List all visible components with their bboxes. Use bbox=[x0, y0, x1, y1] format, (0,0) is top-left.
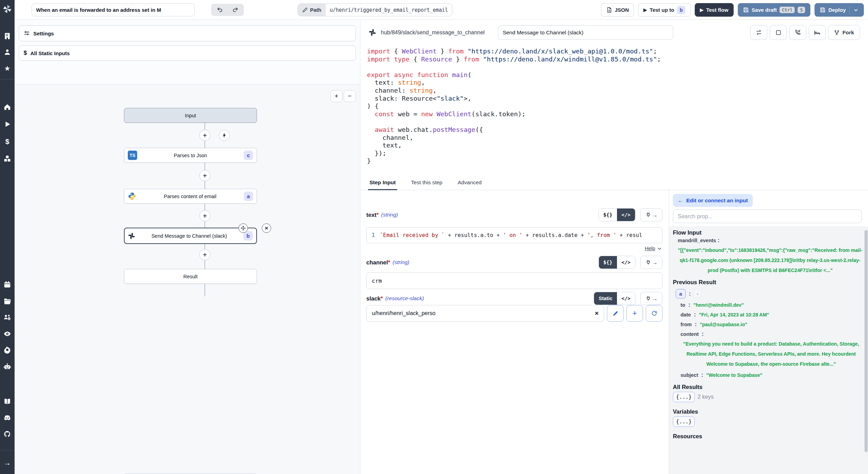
github-icon[interactable] bbox=[3, 430, 11, 438]
windmill-logo-icon[interactable] bbox=[2, 4, 12, 14]
step-badge-c: c bbox=[244, 151, 253, 160]
code-editor[interactable]: import { WebClient } from "https://deno.… bbox=[367, 48, 863, 186]
prop-value[interactable]: "henri@windmill.dev" bbox=[693, 302, 744, 308]
text-field-label: text* bbox=[366, 212, 379, 218]
resources-cubes-icon[interactable] bbox=[3, 155, 11, 162]
flow-node-result[interactable]: Result bbox=[124, 269, 257, 284]
phone-incoming-icon-button[interactable] bbox=[789, 25, 806, 40]
tab-test-this-step[interactable]: Test this step bbox=[411, 175, 442, 190]
connect-input-plug-button[interactable]: → bbox=[640, 292, 662, 305]
deploy-button[interactable]: Deploy bbox=[815, 3, 864, 17]
edit-or-connect-button[interactable]: ← Edit or connect an input bbox=[673, 194, 753, 207]
workers-robot-icon[interactable] bbox=[3, 363, 11, 370]
chevron-down-icon[interactable] bbox=[853, 7, 859, 13]
test-flow-button[interactable]: ▶Test flow bbox=[695, 3, 734, 17]
prop-key[interactable]: subject bbox=[681, 372, 698, 378]
static-mode-segment[interactable]: ${} bbox=[599, 256, 617, 269]
home-icon[interactable] bbox=[3, 103, 11, 111]
prop-value[interactable]: "paul@supabase.io" bbox=[700, 322, 748, 327]
flow-node-send-message-selected[interactable]: Send Message to Channel (slack) b bbox=[124, 228, 257, 244]
expand-results-chip[interactable]: {...} bbox=[673, 392, 695, 402]
move-icon bbox=[241, 226, 246, 231]
flow-node-input[interactable]: Input bbox=[124, 108, 257, 123]
collapse-toggle[interactable]: - bbox=[694, 289, 701, 298]
workspace-icon[interactable] bbox=[3, 32, 11, 40]
swap-arrows-icon-button[interactable] bbox=[750, 25, 767, 40]
add-step-button[interactable]: + bbox=[199, 210, 210, 221]
add-step-button[interactable]: + bbox=[199, 170, 210, 181]
user-icon[interactable] bbox=[3, 48, 11, 56]
flow-node-parses-content-of-email[interactable]: Parses content of email a bbox=[124, 189, 257, 204]
prop-key[interactable]: mandrill_events bbox=[678, 238, 716, 243]
sleep-bed-icon-button[interactable] bbox=[809, 25, 826, 40]
prop-value[interactable]: "Welcome to Supabase" bbox=[706, 372, 762, 378]
static-mode-segment[interactable]: ${} bbox=[599, 209, 617, 221]
path-value[interactable]: u/henri/triggered_by_email_report_email bbox=[326, 4, 452, 16]
prop-key[interactable]: date bbox=[681, 312, 691, 318]
trigger-bolt-button[interactable] bbox=[219, 130, 230, 141]
variables-dollar-icon[interactable]: $ bbox=[3, 137, 11, 145]
flow-canvas[interactable]: + − Input + TS Parses to Json c + Parses… bbox=[15, 84, 360, 474]
code-mode-segment[interactable]: </> bbox=[617, 209, 635, 221]
runs-play-icon[interactable] bbox=[3, 120, 11, 128]
discord-icon[interactable] bbox=[3, 414, 11, 422]
fork-button[interactable]: Fork bbox=[828, 25, 860, 40]
plug-icon bbox=[645, 212, 651, 218]
folders-icon[interactable] bbox=[3, 297, 11, 305]
save-icon bbox=[743, 7, 749, 13]
connect-input-plug-button[interactable]: → bbox=[640, 208, 662, 221]
static-mode-segment[interactable]: Static bbox=[594, 292, 617, 305]
flow-node-parses-to-json[interactable]: TS Parses to Json c bbox=[124, 148, 257, 163]
zoom-out-button[interactable]: − bbox=[344, 90, 356, 102]
zoom-in-button[interactable]: + bbox=[331, 90, 342, 102]
undo-button[interactable] bbox=[212, 5, 227, 15]
connect-input-plug-button[interactable]: → bbox=[640, 256, 662, 269]
groups-users-icon[interactable] bbox=[3, 313, 11, 321]
prop-value[interactable]: "Fri, Apr 14, 2023 at 10:28 AM" bbox=[699, 312, 769, 318]
delete-node-button[interactable]: × bbox=[262, 223, 271, 233]
help-link[interactable]: Help bbox=[645, 246, 662, 251]
box-icon-button[interactable] bbox=[770, 25, 787, 40]
prop-value[interactable]: "[{"event":"inbound","ts":1683819426,"ms… bbox=[678, 245, 862, 276]
test-up-to-button[interactable]: ▶Test up tob bbox=[638, 3, 691, 17]
settings-gear-icon[interactable] bbox=[3, 346, 11, 354]
prop-key[interactable]: from bbox=[681, 322, 692, 327]
play-icon: ▶ bbox=[700, 7, 703, 12]
docs-book-icon[interactable] bbox=[3, 398, 11, 405]
tab-advanced[interactable]: Advanced bbox=[458, 175, 482, 190]
schedules-calendar-icon[interactable] bbox=[3, 281, 11, 288]
slack-resource-input[interactable]: u/henri/henri_slack_perso × bbox=[366, 305, 604, 322]
expand-sidebar-arrow-icon[interactable]: → bbox=[3, 459, 11, 466]
flow-title-input[interactable] bbox=[32, 3, 195, 16]
add-step-button[interactable]: + bbox=[199, 130, 210, 141]
add-resource-button[interactable]: + bbox=[626, 305, 643, 322]
prop-key[interactable]: to bbox=[681, 302, 685, 308]
code-mode-segment[interactable]: </> bbox=[617, 292, 635, 305]
clear-resource-icon[interactable]: × bbox=[595, 310, 599, 317]
result-a-badge[interactable]: a bbox=[676, 289, 686, 298]
code-mode-segment[interactable]: </> bbox=[617, 256, 635, 269]
settings-button[interactable]: Settings bbox=[19, 25, 356, 41]
edit-resource-button[interactable] bbox=[607, 305, 624, 322]
prop-key[interactable]: content bbox=[681, 331, 699, 337]
prop-value[interactable]: "Everything you need to build a product:… bbox=[680, 339, 862, 369]
favorites-star-icon[interactable]: ★ bbox=[3, 65, 11, 72]
channel-value-input[interactable]: crm bbox=[366, 272, 662, 289]
flow-input-heading: Flow Input bbox=[673, 229, 864, 236]
path-chip[interactable]: Path u/henri/triggered_by_email_report_e… bbox=[298, 3, 452, 16]
save-draft-button[interactable]: Save draftCtrlS bbox=[738, 3, 810, 17]
text-expression-editor[interactable]: 1 `Email received by ` + results.a.to + … bbox=[366, 227, 662, 243]
add-step-button[interactable]: + bbox=[199, 249, 210, 260]
move-node-handle[interactable] bbox=[239, 223, 248, 233]
redo-button[interactable] bbox=[228, 5, 242, 15]
scrollbar-thumb[interactable] bbox=[865, 230, 868, 452]
audit-logs-eye-icon[interactable] bbox=[3, 330, 11, 338]
refresh-resource-button[interactable] bbox=[646, 305, 662, 322]
step-name-input[interactable] bbox=[498, 25, 673, 40]
all-static-inputs-button[interactable]: $ All Static Inputs bbox=[19, 45, 356, 61]
chevron-down-icon bbox=[657, 246, 662, 251]
search-prop-input[interactable] bbox=[673, 210, 862, 223]
json-button[interactable]: JSON bbox=[601, 3, 634, 17]
tab-step-input[interactable]: Step Input bbox=[369, 175, 396, 190]
expand-variables-chip[interactable]: {...} bbox=[673, 416, 695, 427]
